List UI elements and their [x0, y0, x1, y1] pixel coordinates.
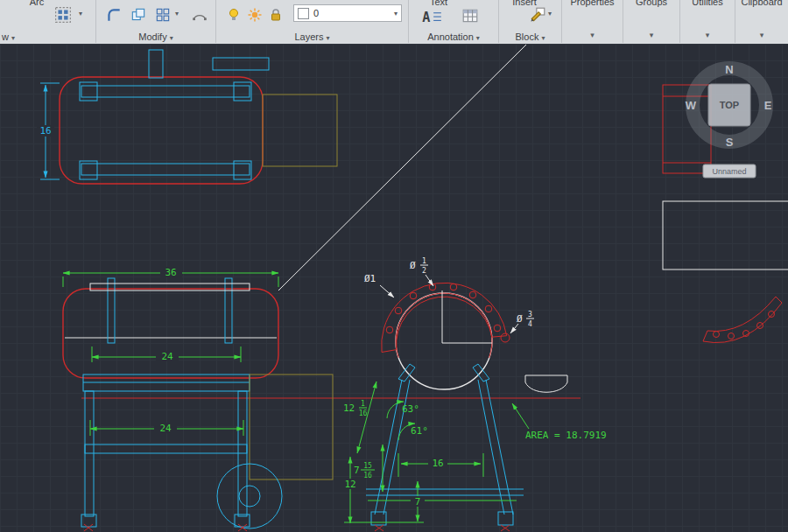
- insert-block-icon: [529, 6, 546, 24]
- dim-dia-half-sym: Ø: [410, 260, 416, 271]
- dim-slant-num: 1: [361, 400, 365, 408]
- layer-on-button[interactable]: [223, 4, 244, 25]
- layer-color-swatch: [298, 8, 309, 19]
- viewcube-west[interactable]: W: [686, 99, 697, 112]
- dim-topview-16: 16: [39, 125, 51, 136]
- layer-select[interactable]: 0 ▾: [293, 4, 402, 22]
- utilities-expand-caret[interactable]: ▾: [680, 31, 735, 39]
- area-label: AREA = 18.7919: [525, 430, 607, 441]
- copy-button[interactable]: [126, 3, 151, 27]
- autocad-window: Arc ▾ w▾: [0, 0, 788, 532]
- layer-freeze-button[interactable]: [244, 4, 265, 25]
- smoker-top-view[interactable]: 16: [37, 50, 337, 184]
- arc-button[interactable]: Arc: [21, 0, 53, 7]
- blank-sheet-rect[interactable]: [663, 201, 788, 270]
- panel-properties-label: Properties: [562, 0, 623, 7]
- rect-array-button[interactable]: [151, 3, 175, 27]
- lightbulb-icon: [226, 7, 242, 23]
- dim-dia-half-den: 2: [422, 267, 426, 275]
- array-icon: [54, 6, 72, 24]
- viewcube[interactable]: N W E S TOP Unnamed: [686, 63, 772, 178]
- panel-block-label[interactable]: Block▾: [499, 32, 561, 42]
- smoker-end-view[interactable]: Ø1 Ø 1 2 Ø 3 4: [341, 257, 534, 531]
- properties-expand-caret[interactable]: ▾: [562, 31, 623, 39]
- dim-dia-tq-num: 3: [528, 311, 532, 318]
- panel-block: Insert ▾ Block▾: [499, 0, 562, 43]
- panel-utilities-label: Utilities: [680, 0, 735, 7]
- ucs-label: Unnamed: [712, 167, 746, 176]
- clipboard-expand-caret[interactable]: ▾: [735, 31, 788, 39]
- dim-stand-12: 12: [344, 479, 355, 490]
- dim-slant-whole: 12: [343, 402, 355, 414]
- rect-array-icon: [154, 6, 172, 24]
- text-style-button[interactable]: A: [418, 5, 446, 26]
- viewcube-south[interactable]: S: [726, 136, 734, 149]
- panel-properties[interactable]: Properties ▾: [562, 0, 623, 43]
- dim-leg-num: 15: [363, 462, 372, 470]
- panel-draw-label[interactable]: w▾: [2, 32, 15, 42]
- ribbon: Arc ▾ w▾: [0, 0, 788, 45]
- panel-annotation-label[interactable]: Annotation▾: [409, 32, 498, 42]
- panel-layers: 0 ▾ Layers▾: [216, 0, 409, 43]
- dim-angle-63: 63°: [402, 403, 419, 415]
- viewcube-east[interactable]: E: [764, 99, 772, 112]
- panel-clipboard[interactable]: Clipboard ▾: [735, 0, 788, 43]
- dim-angle-61: 61°: [411, 425, 428, 437]
- area-annotation[interactable]: AREA = 18.7919: [512, 403, 607, 441]
- foot-markers-end: [375, 525, 510, 531]
- dim-front-36: 36: [165, 267, 176, 278]
- viewcube-top-label: TOP: [720, 100, 739, 110]
- smoker-front-view[interactable]: 36 24 24: [63, 267, 333, 531]
- copy-icon: [130, 6, 147, 24]
- flange-bolt-holes: [386, 284, 501, 333]
- dim-leg-den: 16: [363, 472, 372, 480]
- panel-layers-label[interactable]: Layers▾: [216, 32, 408, 42]
- dim-dia-tq-den: 4: [528, 320, 532, 328]
- text-style-icon: A: [420, 7, 443, 24]
- dim-dia-tq-sym: Ø: [517, 313, 523, 325]
- dim-stand-16: 16: [432, 458, 443, 469]
- dim-stand-7: 7: [415, 496, 421, 508]
- block-dropdown-caret[interactable]: ▾: [548, 10, 552, 18]
- panel-groups[interactable]: Groups ▾: [623, 0, 680, 43]
- panel-groups-label: Groups: [623, 0, 679, 7]
- sun-icon: [247, 7, 263, 23]
- panel-draw: Arc ▾ w▾: [0, 0, 96, 43]
- array-dropdown-caret[interactable]: ▾: [79, 10, 82, 18]
- array-button[interactable]: [51, 3, 75, 27]
- viewcube-north[interactable]: N: [725, 63, 733, 76]
- dim-front-24-barrel: 24: [161, 351, 173, 362]
- svg-text:A: A: [422, 10, 430, 25]
- groups-expand-caret[interactable]: ▾: [623, 31, 679, 39]
- panel-modify-label[interactable]: Modify▾: [96, 32, 215, 42]
- dim-dia-1: Ø1: [364, 273, 376, 284]
- dim-leg-whole: 7: [354, 465, 360, 476]
- panel-utilities[interactable]: Utilities ▾: [680, 0, 735, 43]
- fillet-button[interactable]: [102, 3, 126, 27]
- panel-annotation: Text A Annotation▾: [409, 0, 499, 43]
- fillet-icon: [105, 6, 123, 24]
- dim-front-24-shelf: 24: [159, 423, 172, 434]
- model-space: 16 36 24: [0, 44, 788, 532]
- drawing-canvas[interactable]: 16 36 24: [0, 44, 788, 532]
- panel-modify: ▾ Modify▾: [96, 0, 216, 43]
- flange-segment-part[interactable]: [703, 297, 782, 343]
- panel-clipboard-label: Clipboard: [735, 0, 788, 7]
- measure-button[interactable]: [187, 3, 212, 27]
- table-icon: [461, 8, 479, 24]
- layer-select-caret[interactable]: ▾: [394, 10, 398, 18]
- layer-lock-button[interactable]: [265, 4, 286, 25]
- trough-profile[interactable]: [525, 375, 567, 392]
- edit-block-button[interactable]: [525, 3, 550, 27]
- measure-arc-icon: [191, 6, 208, 24]
- layer-current-value: 0: [313, 8, 319, 18]
- lock-icon: [268, 7, 284, 23]
- modify-dropdown-caret[interactable]: ▾: [175, 10, 179, 18]
- diagonal-construction-line[interactable]: [278, 45, 526, 290]
- dim-slant-den: 16: [359, 410, 368, 417]
- foot-markers-front: [84, 524, 247, 531]
- table-button[interactable]: [458, 4, 482, 28]
- dim-dia-half-num: 1: [422, 257, 426, 265]
